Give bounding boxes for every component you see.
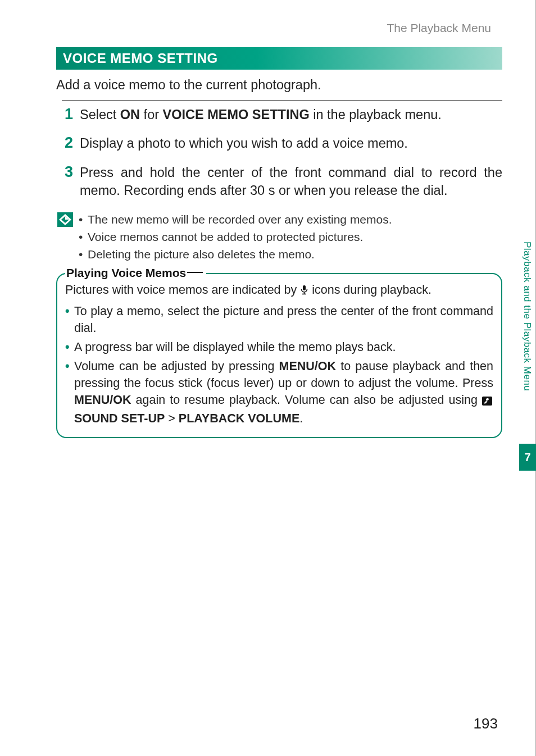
wrench-icon [482,393,492,410]
note-list: The new memo will be recorded over any e… [79,211,392,264]
steps-list: 1 Select ON for VOICE MEMO SETTING in th… [56,106,502,200]
tip-item: To play a memo, select the picture and p… [65,303,493,336]
tip-list: To play a memo, select the picture and p… [65,303,493,427]
section-intro: Add a voice memo to the current photogra… [56,76,502,94]
chapter-tab: 7 [519,444,536,471]
microphone-icon [300,283,308,299]
step-text: Display a photo to which you wish to add… [80,135,408,153]
side-tab: Playback and the Playback Menu 7 [517,0,536,756]
tip-title: Playing Voice Memos [65,266,206,280]
running-head: The Playback Menu [56,21,502,35]
manual-page: The Playback Menu VOICE MEMO SETTING Add… [0,0,536,756]
tip-item: Volume can be adjusted by pressing MENU/… [65,358,493,427]
svg-rect-4 [303,285,306,290]
step-text: Press and hold the center of the front c… [80,164,502,199]
step-number: 3 [62,164,73,180]
step-text: Select ON for VOICE MEMO SETTING in the … [80,106,442,124]
note-item: Deleting the picture also deletes the me… [79,246,392,262]
step-number: 2 [62,135,73,151]
step-item: 3 Press and hold the center of the front… [62,164,502,199]
step-number: 1 [62,106,73,122]
note-block: The new memo will be recorded over any e… [57,211,502,264]
step-item: 1 Select ON for VOICE MEMO SETTING in th… [62,106,502,124]
page-number: 193 [474,715,498,732]
step-item: 2 Display a photo to which you wish to a… [62,135,502,153]
note-item: The new memo will be recorded over any e… [79,211,392,227]
side-section-label: Playback and the Playback Menu [521,242,533,391]
note-item: Voice memos cannot be added to protected… [79,229,392,245]
svg-rect-7 [482,397,492,406]
tip-lead: Pictures with voice memos are indicated … [65,282,493,299]
tip-box: Playing Voice Memos Pictures with voice … [56,273,502,439]
section-title-bar: VOICE MEMO SETTING [56,47,502,70]
note-diamond-icon [57,212,73,227]
tip-item: A progress bar will be displayed while t… [65,339,493,356]
divider-rule [62,100,502,101]
